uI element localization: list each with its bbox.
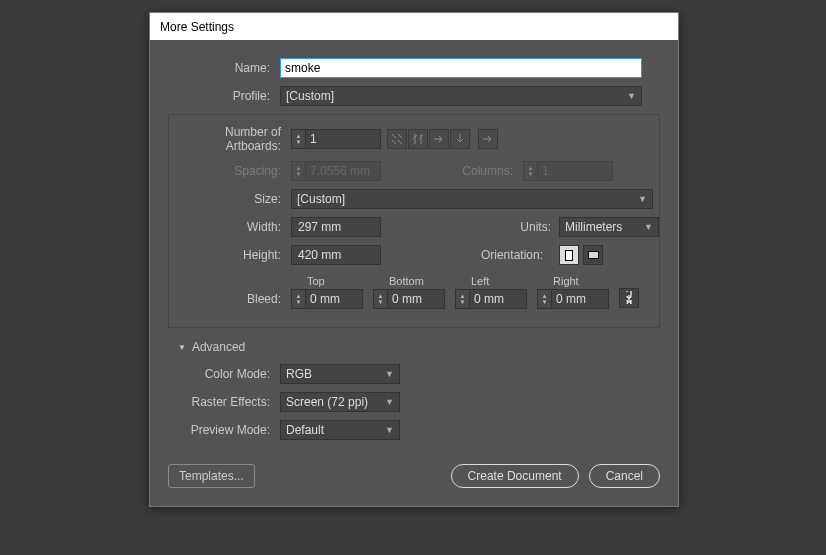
- bleed-right-value: 0 mm: [552, 292, 590, 306]
- columns-stepper: ▲▼ 1: [523, 161, 613, 181]
- height-label: Height:: [169, 248, 291, 262]
- chevron-down-icon: ▼: [385, 425, 394, 435]
- preview-dropdown[interactable]: Default ▼: [280, 420, 400, 440]
- units-value: Millimeters: [565, 220, 622, 234]
- chevron-down-icon: ▼: [638, 194, 647, 204]
- bleed-top-stepper[interactable]: ▲▼ 0 mm: [291, 289, 363, 309]
- advanced-toggle[interactable]: ▼ Advanced: [168, 340, 660, 354]
- spacing-stepper: ▲▼ 7.0556 mm: [291, 161, 381, 181]
- color-mode-value: RGB: [286, 367, 312, 381]
- raster-label: Raster Effects:: [168, 395, 280, 409]
- layout-direction-icon[interactable]: [478, 129, 498, 149]
- size-label: Size:: [169, 192, 291, 206]
- orientation-portrait[interactable]: [559, 245, 579, 265]
- bleed-bottom-label: Bottom: [373, 275, 445, 287]
- spinner-icon: ▲▼: [524, 162, 538, 180]
- spacing-label: Spacing:: [169, 164, 291, 178]
- create-document-button[interactable]: Create Document: [451, 464, 579, 488]
- chevron-down-icon: ▼: [385, 369, 394, 379]
- triangle-down-icon: ▼: [178, 343, 186, 352]
- more-settings-dialog: More Settings Name: Profile: [Custom] ▼ …: [149, 12, 679, 507]
- spacing-value: 7.0556 mm: [306, 164, 374, 178]
- spinner-icon: ▲▼: [292, 290, 306, 308]
- cancel-button[interactable]: Cancel: [589, 464, 660, 488]
- bleed-right-stepper[interactable]: ▲▼ 0 mm: [537, 289, 609, 309]
- name-input[interactable]: [280, 58, 642, 78]
- arrange-down-icon[interactable]: [450, 129, 470, 149]
- grid-by-row-icon[interactable]: [387, 129, 407, 149]
- preview-value: Default: [286, 423, 324, 437]
- units-dropdown[interactable]: Millimeters ▼: [559, 217, 659, 237]
- dialog-titlebar: More Settings: [150, 13, 678, 40]
- dialog-title: More Settings: [160, 20, 234, 34]
- link-bleed-icon[interactable]: [619, 288, 639, 308]
- width-label: Width:: [169, 220, 291, 234]
- color-mode-label: Color Mode:: [168, 367, 280, 381]
- size-value: [Custom]: [297, 192, 345, 206]
- spinner-icon: ▲▼: [538, 290, 552, 308]
- name-label: Name:: [168, 61, 280, 75]
- width-value: 297 mm: [292, 220, 345, 234]
- advanced-label: Advanced: [192, 340, 245, 354]
- templates-button[interactable]: Templates...: [168, 464, 255, 488]
- profile-value: [Custom]: [286, 89, 334, 103]
- height-input[interactable]: 420 mm: [291, 245, 381, 265]
- bleed-label: Bleed:: [169, 292, 291, 309]
- spinner-icon: ▲▼: [374, 290, 388, 308]
- bleed-left-stepper[interactable]: ▲▼ 0 mm: [455, 289, 527, 309]
- size-dropdown[interactable]: [Custom] ▼: [291, 189, 653, 209]
- chevron-down-icon: ▼: [644, 222, 653, 232]
- templates-label: Templates...: [179, 469, 244, 483]
- spinner-icon: ▲▼: [292, 162, 306, 180]
- columns-label: Columns:: [451, 164, 523, 178]
- arrange-right-icon[interactable]: [429, 129, 449, 149]
- bleed-right-label: Right: [537, 275, 609, 287]
- artboards-value: 1: [306, 132, 321, 146]
- orientation-landscape[interactable]: [583, 245, 603, 265]
- width-input[interactable]: 297 mm: [291, 217, 381, 237]
- create-label: Create Document: [468, 469, 562, 483]
- raster-dropdown[interactable]: Screen (72 ppi) ▼: [280, 392, 400, 412]
- grid-by-col-icon[interactable]: [408, 129, 428, 149]
- bleed-left-label: Left: [455, 275, 527, 287]
- bleed-top-value: 0 mm: [306, 292, 344, 306]
- units-label: Units:: [520, 220, 559, 234]
- bleed-bottom-stepper[interactable]: ▲▼ 0 mm: [373, 289, 445, 309]
- chevron-down-icon: ▼: [385, 397, 394, 407]
- height-value: 420 mm: [292, 248, 345, 262]
- raster-value: Screen (72 ppi): [286, 395, 368, 409]
- columns-value: 1: [538, 164, 553, 178]
- color-mode-dropdown[interactable]: RGB ▼: [280, 364, 400, 384]
- bleed-top-label: Top: [291, 275, 363, 287]
- bleed-left-value: 0 mm: [470, 292, 508, 306]
- spinner-icon: ▲▼: [456, 290, 470, 308]
- spinner-icon: ▲▼: [292, 130, 306, 148]
- cancel-label: Cancel: [606, 469, 643, 483]
- artboards-label: Number of Artboards:: [169, 125, 291, 153]
- profile-label: Profile:: [168, 89, 280, 103]
- preview-label: Preview Mode:: [168, 423, 280, 437]
- orientation-label: Orientation:: [481, 248, 551, 262]
- profile-dropdown[interactable]: [Custom] ▼: [280, 86, 642, 106]
- bleed-bottom-value: 0 mm: [388, 292, 426, 306]
- artboards-stepper[interactable]: ▲▼ 1: [291, 129, 381, 149]
- chevron-down-icon: ▼: [627, 91, 636, 101]
